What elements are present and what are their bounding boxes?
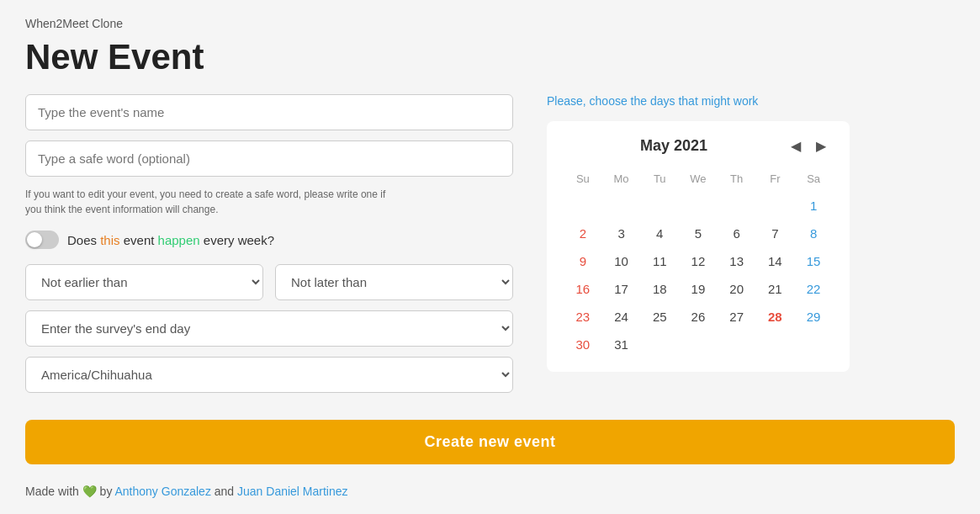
calendar-day[interactable]: 6	[718, 220, 756, 247]
page-title: New Event	[25, 37, 955, 77]
calendar-day[interactable]: 3	[602, 220, 641, 247]
calendar-day[interactable]: 21	[756, 275, 795, 303]
app-title: When2Meet Clone	[25, 17, 955, 30]
calendar-day[interactable]: 15	[794, 247, 833, 275]
calendar-nav: May 2021 ◀ ▶	[564, 135, 833, 157]
calendar-day[interactable]: 5	[679, 220, 718, 247]
weekday-label: Fr	[756, 169, 795, 192]
calendar-day[interactable]: 28	[756, 303, 795, 331]
calendar-day[interactable]: 23	[564, 303, 602, 331]
calendar-day[interactable]: 11	[640, 247, 679, 275]
calendar-day	[718, 331, 756, 358]
end-day-select[interactable]: Enter the survey's end day	[25, 310, 513, 347]
calendar-day[interactable]: 2	[564, 220, 602, 247]
author1-link[interactable]: Anthony Gonzalez	[115, 485, 211, 498]
calendar-day[interactable]: 17	[602, 275, 641, 303]
calendar-day[interactable]: 1	[794, 192, 833, 220]
calendar-day	[564, 192, 602, 220]
calendar-day[interactable]: 4	[640, 220, 679, 247]
calendar-day[interactable]: 7	[756, 220, 795, 247]
calendar-day[interactable]: 13	[718, 247, 756, 275]
next-month-button[interactable]: ▶	[809, 135, 833, 157]
calendar-day[interactable]: 24	[602, 303, 641, 331]
not-later-select[interactable]: Not later than	[275, 264, 513, 300]
right-panel: Please, choose the days that might work …	[547, 94, 955, 372]
calendar-day	[602, 192, 641, 220]
calendar-day[interactable]: 9	[564, 247, 602, 275]
calendar-day[interactable]: 26	[679, 303, 718, 331]
weekly-event-toggle-row: Does this event happen every week?	[25, 231, 513, 249]
safe-word-hint: If you want to edit your event, you need…	[25, 187, 513, 217]
calendar-day[interactable]: 31	[602, 331, 641, 358]
weekday-label: Tu	[640, 169, 679, 192]
calendar-day	[794, 331, 833, 358]
calendar-day[interactable]: 16	[564, 275, 602, 303]
calendar-day[interactable]: 29	[794, 303, 833, 331]
calendar-day	[756, 331, 795, 358]
safe-word-input[interactable]	[25, 140, 513, 177]
time-range-row: Not earlier than Not later than	[25, 264, 513, 300]
calendar-day[interactable]: 22	[794, 275, 833, 303]
toggle-label: Does this event happen every week?	[67, 233, 274, 247]
calendar-prompt: Please, choose the days that might work	[547, 94, 955, 108]
calendar-day[interactable]: 14	[756, 247, 795, 275]
not-earlier-select[interactable]: Not earlier than	[25, 264, 263, 300]
weekday-label: We	[679, 169, 718, 192]
calendar-day[interactable]: 18	[640, 275, 679, 303]
weekday-label: Sa	[794, 169, 833, 192]
calendar-month-title: May 2021	[564, 137, 784, 155]
author2-link[interactable]: Juan Daniel Martinez	[237, 485, 348, 498]
footer: Made with 💚 by Anthony Gonzalez and Juan…	[25, 485, 955, 498]
timezone-select[interactable]: America/Chihuahua	[25, 357, 513, 393]
heart-icon: 💚	[82, 485, 97, 498]
weekday-label: Th	[718, 169, 756, 192]
weekly-toggle-switch[interactable]	[25, 231, 59, 249]
left-panel: If you want to edit your event, you need…	[25, 94, 513, 403]
calendar-day[interactable]: 20	[718, 275, 756, 303]
calendar-day	[756, 192, 795, 220]
calendar-day	[640, 331, 679, 358]
calendar-nav-buttons: ◀ ▶	[784, 135, 833, 157]
calendar-day[interactable]: 8	[794, 220, 833, 247]
calendar-day	[679, 192, 718, 220]
calendar-day	[718, 192, 756, 220]
weekday-label: Mo	[602, 169, 641, 192]
calendar-day[interactable]: 19	[679, 275, 718, 303]
calendar-grid: SuMoTuWeThFrSa 1234567891011121314151617…	[564, 169, 833, 358]
calendar-day[interactable]: 10	[602, 247, 641, 275]
calendar-day[interactable]: 27	[718, 303, 756, 331]
calendar-day[interactable]: 25	[640, 303, 679, 331]
calendar-day	[679, 331, 718, 358]
calendar: May 2021 ◀ ▶ SuMoTuWeThFrSa 123456789101…	[547, 121, 850, 372]
prev-month-button[interactable]: ◀	[784, 135, 808, 157]
calendar-day[interactable]: 12	[679, 247, 718, 275]
calendar-day[interactable]: 30	[564, 331, 602, 358]
calendar-day	[640, 192, 679, 220]
create-event-button[interactable]: Create new event	[25, 420, 955, 464]
event-name-input[interactable]	[25, 94, 513, 130]
weekday-label: Su	[564, 169, 602, 192]
